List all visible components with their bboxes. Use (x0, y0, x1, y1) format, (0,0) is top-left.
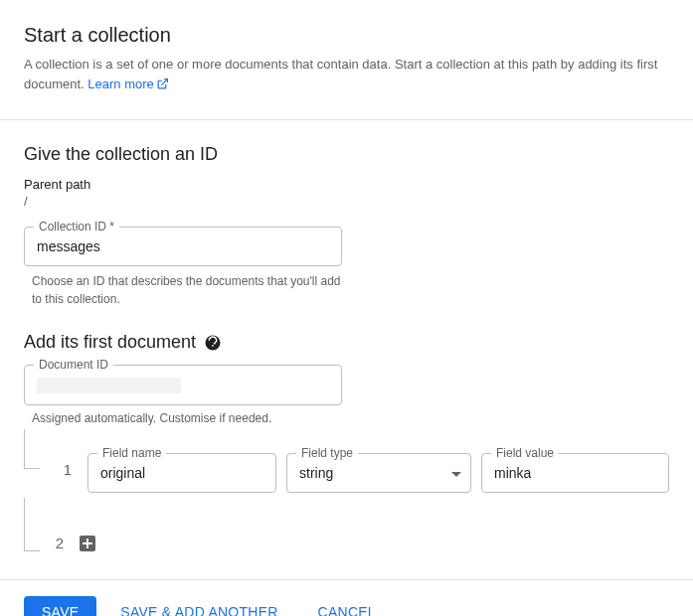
parent-path-value: / (24, 194, 669, 209)
field-row-1: 1 Field name Field type Field value (0, 449, 693, 499)
tree-connector (24, 429, 40, 469)
document-id-placeholder (37, 378, 181, 393)
document-id-helper: Assigned automatically. Customise if nee… (32, 411, 669, 425)
dialog-footer: SAVE SAVE & ADD ANOTHER CANCEL (0, 579, 693, 616)
dialog-description: A collection is a set of one or more doc… (24, 55, 669, 95)
dialog-header: Start a collection A collection is a set… (0, 0, 693, 119)
document-id-label: Document ID (34, 358, 113, 372)
collection-id-helper: Choose an ID that describes the document… (32, 272, 350, 308)
help-icon[interactable] (204, 334, 222, 352)
save-button[interactable]: SAVE (24, 596, 96, 616)
learn-more-link[interactable]: Learn more (87, 77, 168, 91)
field-value-label: Field value (491, 446, 559, 460)
field-name-wrap: Field name (87, 453, 276, 493)
add-field-button[interactable] (80, 536, 95, 551)
field-type-label: Field type (296, 446, 358, 460)
field-value-wrap: Field value (481, 453, 669, 493)
plus-icon (83, 539, 92, 548)
first-document-heading: Add its first document (24, 332, 669, 353)
external-link-icon (156, 77, 169, 96)
collection-id-heading: Give the collection an ID (24, 144, 669, 165)
dialog-body: Give the collection an ID Parent path / … (0, 120, 693, 449)
collection-id-label: Collection ID * (34, 220, 119, 233)
collection-id-field: Collection ID * (24, 227, 342, 266)
field-name-label: Field name (97, 446, 166, 460)
document-id-field: Document ID (24, 365, 342, 405)
save-add-another-button[interactable]: SAVE & ADD ANOTHER (104, 596, 293, 616)
tree-connector-2 (24, 498, 40, 551)
parent-path-label: Parent path (24, 177, 669, 192)
cancel-button[interactable]: CANCEL (302, 596, 392, 616)
dialog-title: Start a collection (24, 24, 669, 47)
row-number: 1 (50, 449, 72, 478)
row-number-2: 2 (42, 533, 64, 551)
field-type-wrap: Field type (286, 453, 471, 493)
field-row-2: 2 (0, 533, 693, 551)
